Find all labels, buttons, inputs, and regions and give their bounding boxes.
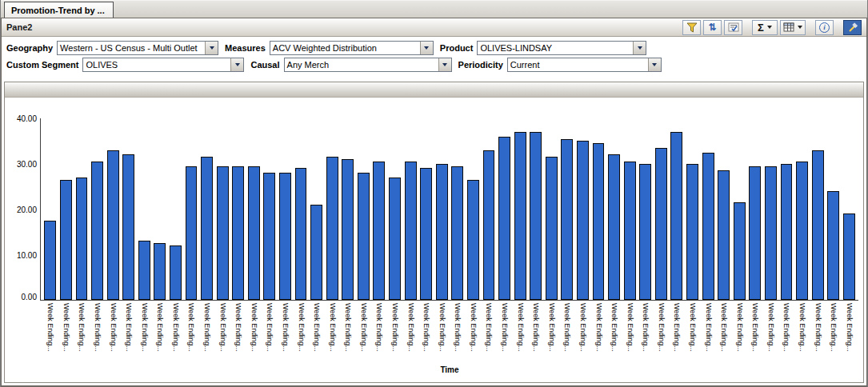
bar[interactable] — [639, 164, 651, 300]
periodicity-label: Periodicity — [458, 60, 503, 70]
aggregate-sigma-button[interactable]: Σ — [752, 20, 778, 35]
x-label-slot: Week Ending... — [434, 301, 450, 365]
info-button[interactable]: i — [815, 20, 834, 35]
chevron-down-icon[interactable] — [420, 42, 433, 54]
bar-slot — [152, 118, 168, 300]
bar[interactable] — [812, 150, 824, 300]
layout-grid-icon — [783, 22, 794, 32]
bar[interactable] — [326, 157, 338, 300]
bar-slot — [387, 118, 403, 300]
bar[interactable] — [796, 162, 808, 300]
bar[interactable] — [91, 162, 103, 300]
x-label-slot: Week Ending... — [74, 301, 90, 365]
bar[interactable] — [44, 221, 56, 300]
bar[interactable] — [217, 166, 229, 300]
bar[interactable] — [734, 202, 746, 300]
sort-button[interactable]: ⇅ — [703, 20, 722, 35]
x-label-slot: Week Ending... — [700, 301, 716, 365]
bar[interactable] — [608, 154, 620, 300]
bar[interactable] — [295, 168, 307, 300]
bar[interactable] — [436, 164, 448, 300]
x-axis-label: Week Ending... — [172, 301, 179, 365]
bar-slot — [810, 118, 826, 300]
x-label-slot: Week Ending... — [356, 301, 372, 365]
bar[interactable] — [60, 180, 72, 300]
chevron-down-icon[interactable] — [438, 58, 451, 71]
bar[interactable] — [765, 166, 777, 300]
bar-slot — [434, 118, 450, 300]
causal-select[interactable]: Any Merch — [284, 58, 452, 72]
bar[interactable] — [279, 173, 291, 300]
bar[interactable] — [655, 148, 667, 300]
bar[interactable] — [702, 153, 714, 300]
bar[interactable] — [420, 168, 432, 300]
bar[interactable] — [201, 157, 213, 300]
chevron-down-icon[interactable] — [205, 42, 218, 54]
layout-grid-button[interactable] — [780, 20, 806, 35]
bar[interactable] — [843, 213, 855, 300]
measure-select-button[interactable] — [724, 20, 742, 35]
bar[interactable] — [686, 164, 698, 300]
bar[interactable] — [593, 143, 605, 300]
bar[interactable] — [107, 150, 119, 300]
tab-promotion-trend[interactable]: Promotion-Trend by ... — [4, 2, 114, 18]
bar[interactable] — [76, 178, 88, 300]
bar[interactable] — [186, 166, 198, 300]
measures-select[interactable]: ACV Weighted Distribution — [270, 41, 434, 55]
x-axis-label: Week Ending... — [313, 301, 320, 365]
bar[interactable] — [373, 162, 385, 300]
bar[interactable] — [749, 166, 761, 300]
design-tools-button[interactable] — [843, 20, 862, 35]
bar[interactable] — [389, 178, 401, 300]
bar[interactable] — [718, 170, 730, 300]
bar[interactable] — [546, 157, 558, 300]
x-label-slot: Week Ending... — [512, 301, 528, 365]
bar[interactable] — [827, 191, 839, 300]
bar-slot — [262, 118, 278, 300]
bar[interactable] — [498, 137, 510, 300]
chevron-down-icon[interactable] — [648, 58, 661, 71]
bar[interactable] — [670, 132, 682, 300]
bar[interactable] — [248, 166, 260, 300]
x-axis-label: Week Ending... — [501, 301, 508, 365]
bar[interactable] — [358, 173, 370, 300]
chevron-down-icon[interactable] — [633, 42, 646, 54]
x-label-slot: Week Ending... — [293, 301, 309, 365]
bar[interactable] — [781, 164, 793, 300]
x-axis-label: Week Ending... — [563, 301, 570, 365]
bar[interactable] — [561, 139, 573, 300]
bar[interactable] — [170, 245, 182, 300]
bar-slot — [246, 118, 262, 300]
x-axis-label: Week Ending... — [298, 301, 305, 365]
bar[interactable] — [263, 173, 275, 300]
x-axis-label: Week Ending... — [705, 301, 712, 365]
bar[interactable] — [467, 180, 479, 300]
chart-title-strip — [5, 82, 863, 98]
chevron-down-icon[interactable] — [230, 58, 243, 71]
bar-slot — [42, 118, 58, 300]
bar[interactable] — [405, 162, 417, 300]
periodicity-select[interactable]: Current — [507, 58, 662, 72]
x-label-slot: Week Ending... — [387, 301, 403, 365]
bar[interactable] — [624, 162, 636, 300]
bar[interactable] — [514, 132, 526, 300]
bar[interactable] — [483, 150, 495, 300]
bar[interactable] — [530, 132, 542, 300]
bar-slot — [826, 118, 842, 300]
product-select[interactable]: OLIVES-LINDSAY — [477, 41, 646, 55]
bar[interactable] — [342, 159, 354, 300]
x-axis-label: Week Ending... — [548, 301, 555, 365]
x-label-slot: Week Ending... — [152, 301, 168, 365]
bar[interactable] — [451, 166, 463, 300]
bar[interactable] — [232, 166, 244, 300]
x-label-slot: Week Ending... — [794, 301, 810, 365]
bar[interactable] — [138, 241, 150, 300]
bar[interactable] — [154, 243, 166, 300]
pane-toolbar: ⇅ Σ — [682, 20, 862, 35]
custom-segment-select[interactable]: OLIVES — [82, 58, 244, 72]
filter-button[interactable] — [682, 20, 701, 35]
bar[interactable] — [577, 141, 589, 300]
bar[interactable] — [310, 205, 322, 300]
bar[interactable] — [122, 154, 134, 300]
geography-select[interactable]: Western - US Census - Multi Outlet — [57, 41, 218, 55]
